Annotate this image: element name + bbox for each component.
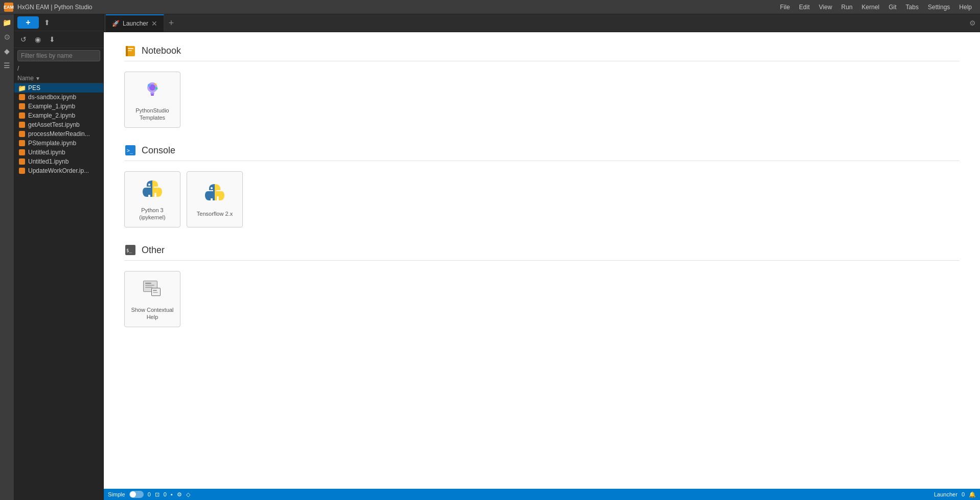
svg-text:$_: $_ — [126, 248, 132, 253]
svg-point-14 — [211, 187, 213, 189]
breadcrumb: / — [14, 63, 103, 74]
other-section-icon: $_ — [124, 244, 136, 256]
python3-card[interactable]: Python 3(ipykernel) — [124, 171, 180, 228]
svg-point-8 — [155, 87, 158, 89]
python-studio-label: PythonStudioTemplates — [135, 107, 169, 122]
git-button[interactable]: ◉ — [32, 33, 44, 46]
notebook-icon — [18, 167, 26, 174]
toggle-track[interactable] — [129, 491, 144, 498]
folder-icon: 📁 — [18, 84, 26, 92]
file-list: 📁PESds-sandbox.ipynbExample_1.ipynbExamp… — [14, 83, 103, 500]
file-name-label: ds-sandbox.ipynb — [28, 94, 76, 101]
console-cards: Python 3(ipykernel) Tensorflow 2.x — [124, 171, 960, 228]
python3-label: Python 3(ipykernel) — [139, 207, 165, 221]
notebook-icon — [18, 140, 26, 147]
new-tab-button[interactable]: + — [164, 16, 178, 30]
console-section-title: Console — [142, 145, 175, 156]
content-area: 🚀 Launcher ✕ + ⚙ Notebook — [104, 14, 980, 500]
refresh-button[interactable]: ↺ — [17, 33, 30, 46]
files-icon[interactable]: 📁 — [1, 16, 13, 29]
file-item[interactable]: PStemplate.ipynb — [14, 139, 103, 148]
file-name-label: Untitled1.ipynb — [28, 158, 69, 165]
new-file-button[interactable]: + — [17, 16, 39, 29]
sidebar: + ⬆ ↺ ◉ ⬇ / Name ▼ 📁PESds-sandbox.ipynbE… — [14, 14, 104, 500]
main-layout: 📁 ⊙ ◆ ☰ + ⬆ ↺ ◉ ⬇ / Name ▼ 📁PESds-sandbo… — [0, 14, 980, 500]
notebook-cards: PythonStudioTemplates — [124, 72, 960, 128]
file-item[interactable]: Example_1.ipynb — [14, 102, 103, 111]
python-studio-templates-card[interactable]: PythonStudioTemplates — [124, 72, 180, 128]
bell-icon[interactable]: 🔔 — [969, 491, 976, 498]
launcher-content: Notebook — [104, 32, 980, 489]
download-button[interactable]: ⬇ — [46, 33, 58, 46]
tab-close-icon[interactable]: ✕ — [151, 19, 157, 28]
menu-edit[interactable]: Edit — [795, 3, 814, 12]
file-item[interactable]: Example_2.ipynb — [14, 111, 103, 120]
tensorflow-card[interactable]: Tensorflow 2.x — [187, 171, 243, 228]
notebook-icon — [18, 94, 26, 101]
menu-help[interactable]: Help — [955, 3, 976, 12]
upload-button[interactable]: ⬆ — [41, 16, 53, 29]
file-item[interactable]: Untitled.ipynb — [14, 148, 103, 157]
svg-rect-20 — [145, 283, 151, 284]
terminal-icon: ▪ — [171, 491, 173, 497]
file-name-label: UpdateWorkOrder.ip... — [28, 167, 89, 174]
file-name-label: Example_2.ipynb — [28, 112, 75, 119]
console-section-header: >_ Console — [124, 144, 960, 156]
status-diamond-icon: ◇ — [186, 491, 190, 498]
running-icon[interactable]: ⊙ — [1, 31, 13, 43]
menu-git[interactable]: Git — [884, 3, 900, 12]
other-divider — [124, 260, 960, 261]
contextual-help-card[interactable]: Show ContextualHelp — [124, 271, 180, 327]
app-title: HxGN EAM | Python Studio — [17, 4, 772, 11]
tab-favicon: 🚀 — [112, 20, 120, 27]
svg-point-12 — [148, 184, 150, 186]
status-left: Simple 0 ⊡ 0 ▪ ⚙ ◇ — [108, 491, 190, 498]
file-name-label: Example_1.ipynb — [28, 103, 75, 110]
svg-point-7 — [154, 83, 156, 85]
file-item[interactable]: ds-sandbox.ipynb — [14, 93, 103, 102]
file-item[interactable]: processMeterReadin... — [14, 129, 103, 139]
notebook-divider — [124, 61, 960, 61]
menu-bar: File Edit View Run Kernel Git Tabs Setti… — [776, 3, 976, 12]
terminal-count-label: 0 — [164, 491, 167, 497]
svg-point-6 — [148, 84, 151, 87]
file-item[interactable]: getAssetTest.ipynb — [14, 120, 103, 129]
tab-label: Launcher — [123, 20, 148, 27]
svg-rect-9 — [151, 95, 154, 96]
mode-label: Simple — [108, 491, 125, 497]
file-name-label: PStemplate.ipynb — [28, 140, 76, 147]
other-section-header: $_ Other — [124, 244, 960, 256]
menu-run[interactable]: Run — [837, 3, 857, 12]
sidebar-actions: ↺ ◉ ⬇ — [14, 31, 103, 48]
titlebar: EAM HxGN EAM | Python Studio File Edit V… — [0, 0, 980, 14]
tensorflow-label: Tensorflow 2.x — [197, 210, 233, 217]
launcher-tab[interactable]: 🚀 Launcher ✕ — [106, 14, 164, 32]
contextual-help-icon — [141, 278, 164, 303]
file-item[interactable]: UpdateWorkOrder.ip... — [14, 166, 103, 175]
svg-rect-3 — [128, 50, 132, 51]
menu-file[interactable]: File — [776, 3, 794, 12]
menu-kernel[interactable]: Kernel — [858, 3, 884, 12]
config-icon[interactable]: ⚙ — [177, 491, 182, 498]
filter-input[interactable] — [17, 50, 100, 61]
python3-icon — [141, 178, 164, 203]
menu-settings[interactable]: Settings — [924, 3, 954, 12]
svg-point-13 — [154, 193, 156, 195]
icon-bar: 📁 ⊙ ◆ ☰ — [0, 14, 14, 500]
svg-rect-26 — [153, 292, 158, 293]
name-col-label: Name — [17, 75, 34, 82]
notebook-icon — [18, 158, 26, 165]
notebook-icon — [18, 121, 26, 128]
notebook-section-title: Notebook — [142, 46, 181, 56]
menu-view[interactable]: View — [815, 3, 836, 12]
menu-tabs[interactable]: Tabs — [902, 3, 923, 12]
git-icon[interactable]: ◆ — [1, 45, 13, 57]
notebook-icon — [18, 103, 26, 110]
commands-icon[interactable]: ☰ — [1, 59, 13, 72]
kernel-icon: ⊡ — [155, 491, 159, 498]
mode-toggle[interactable] — [129, 491, 144, 498]
svg-rect-25 — [153, 290, 157, 291]
file-item[interactable]: Untitled1.ipynb — [14, 157, 103, 166]
settings-gear-icon[interactable]: ⚙ — [967, 17, 978, 29]
file-item[interactable]: 📁PES — [14, 83, 103, 93]
